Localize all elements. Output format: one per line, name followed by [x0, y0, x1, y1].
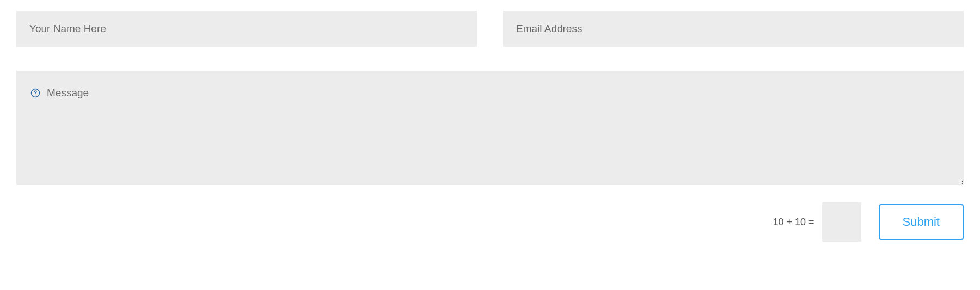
message-wrapper: [16, 71, 964, 187]
submit-button[interactable]: Submit: [879, 204, 964, 240]
message-textarea[interactable]: [16, 71, 964, 185]
top-input-row: [16, 11, 964, 47]
bottom-row: 10 + 10 = Submit: [16, 202, 964, 242]
captcha-question-label: 10 + 10 =: [773, 217, 814, 228]
captcha-input[interactable]: [822, 202, 861, 242]
name-input[interactable]: [16, 11, 477, 47]
email-input[interactable]: [503, 11, 964, 47]
contact-form: 10 + 10 = Submit: [16, 11, 964, 242]
